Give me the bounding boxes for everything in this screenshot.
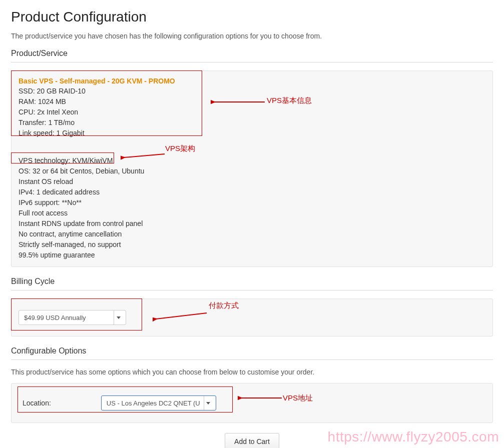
dropdown-caret — [204, 396, 213, 410]
spec-line: IPv4: 1 dedicated address — [19, 187, 485, 198]
vps-technology-line: VPS technology: KVM/KiwiVM — [19, 156, 485, 166]
spec-line: IPv6 support: **No** — [19, 198, 485, 208]
svg-line-5 — [156, 313, 207, 319]
spec-line: Full root access — [19, 208, 485, 218]
product-title: Basic VPS - Self-managed - 20G KVM - PRO… — [19, 77, 485, 85]
billing-cycle-value: $49.99 USD Annually — [24, 314, 111, 322]
location-value: US - Los Angeles DC2 QNET (U — [107, 400, 201, 407]
divider — [11, 290, 493, 290]
divider — [11, 360, 493, 360]
product-section-label: Product/Service — [11, 49, 493, 58]
spec-line: Link speed: 1 Gigabit — [19, 128, 485, 138]
annotation-payment: 付款方式 — [209, 301, 239, 310]
location-label: Location: — [23, 399, 51, 407]
billing-panel: $49.99 USD Annually 付款方式 — [11, 298, 493, 336]
config-panel: Location: US - Los Angeles DC2 QNET (U V… — [11, 383, 493, 423]
product-panel: Basic VPS - Self-managed - 20G KVM - PRO… — [11, 70, 493, 267]
arrow-payment — [153, 310, 208, 324]
config-description: This product/service has some options wh… — [11, 368, 493, 376]
dropdown-caret — [114, 310, 123, 324]
spec-line: OS: 32 or 64 bit Centos, Debian, Ubuntu — [19, 166, 485, 176]
watermark: https://www.flyzy2005.com — [328, 429, 499, 445]
spec-line: RAM: 1024 MB — [19, 96, 485, 107]
spec-line: CPU: 2x Intel Xeon — [19, 107, 485, 118]
spec-line: Strictly self-managed, no support — [19, 240, 485, 250]
divider — [11, 62, 493, 62]
config-section-label: Configurable Options — [11, 346, 493, 356]
spec-line: SSD: 20 GB RAID-10 — [19, 86, 485, 96]
spec-line: 99.5% uptime guarantee — [19, 250, 485, 260]
billing-section-label: Billing Cycle — [11, 277, 493, 286]
location-select[interactable]: US - Los Angeles DC2 QNET (U — [101, 396, 216, 410]
page-description: The product/service you have chosen has … — [11, 32, 493, 40]
add-to-cart-button[interactable]: Add to Cart — [225, 433, 279, 448]
spec-line: Transfer: 1 TB/mo — [19, 118, 485, 128]
page-title: Product Configuration — [11, 9, 493, 25]
spec-line: No contract, anytime cancellation — [19, 229, 485, 240]
billing-cycle-select[interactable]: $49.99 USD Annually — [19, 310, 126, 325]
spec-line: Instant OS reload — [19, 176, 485, 187]
spec-line: Instant RDNS update from control panel — [19, 218, 485, 229]
